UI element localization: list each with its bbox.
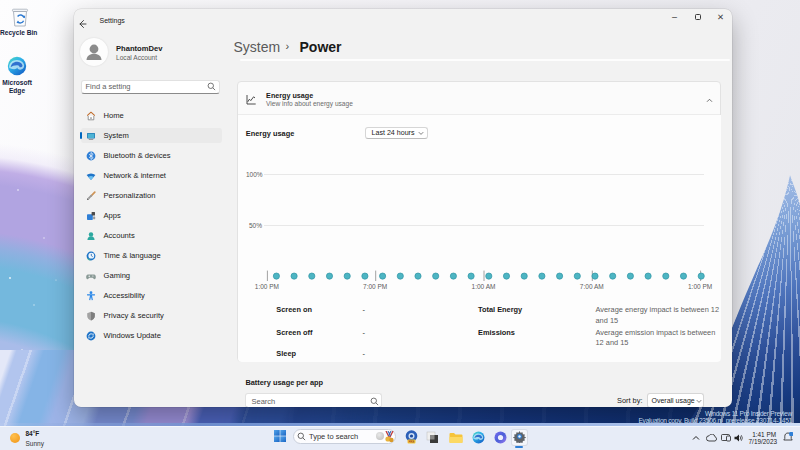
svg-text:FRE: FRE <box>408 440 414 444</box>
